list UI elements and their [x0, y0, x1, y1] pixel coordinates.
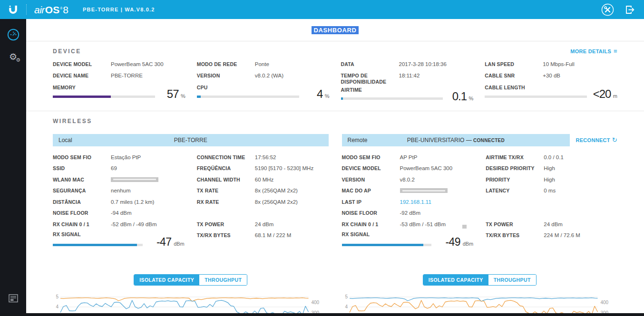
local-rx-signal: RX SIGNAL -47 dBm — [53, 231, 185, 249]
ip-link[interactable]: 192.168.1.11 — [400, 198, 474, 206]
rx-signal-track — [342, 244, 432, 246]
meter-value: 4 % — [299, 87, 330, 101]
field-value: Estação PtP — [111, 153, 185, 161]
field-row: DEVICE MODELPowerBeam 5AC 300 — [342, 164, 474, 176]
reconnect-link[interactable]: RECONNECT ↻ — [576, 136, 617, 144]
field-label: LAN SPEED — [485, 60, 543, 67]
field-value: High — [544, 164, 617, 172]
charts-row: ISOLATED CAPACITY THROUGHPUT 54324003002… — [26, 274, 644, 316]
field-value: -94 dBm — [111, 209, 185, 217]
field-label: RX CHAIN 0 / 1 — [53, 220, 111, 228]
remote-right-column: AIRTIME TX/RX0.0 / 0.1DESIRED PRIORITYHi… — [486, 153, 617, 249]
meter-track — [197, 96, 299, 98]
field-row: LAN SPEED10 Mbps-Full — [485, 60, 617, 72]
field-value: 224 M / 72.6 M — [544, 231, 617, 239]
field-value: 10 Mbps-Full — [543, 60, 617, 68]
field-value: Ponte — [255, 60, 330, 68]
svg-text:5: 5 — [56, 294, 59, 299]
tab-dashboard[interactable]: DASHBOARD — [312, 26, 359, 34]
svg-text:4: 4 — [345, 304, 348, 309]
local-panel: PBE-TORRE Local MODO SEM FIOEstação PtPS… — [53, 134, 329, 249]
refresh-icon: ↻ — [612, 136, 617, 144]
field-value: -92 dBm — [400, 209, 474, 217]
device-title: PBE-TORRE | WA.V8.0.2 — [83, 7, 155, 12]
capacity-chart-remote: 5432400300200 — [342, 292, 618, 316]
rx-signal-track — [53, 244, 143, 246]
rx-signal-fill — [342, 244, 424, 246]
field-value: v8.0.2 (WA) — [255, 72, 330, 79]
memory-meter: MEMORY 57 % — [53, 85, 185, 101]
field-row: MAC DO AP — [342, 187, 474, 198]
tab-isolated-capacity[interactable]: ISOLATED CAPACITY — [134, 275, 199, 285]
console-icon — [9, 294, 18, 303]
meter-value: 0.1 % — [443, 90, 473, 103]
more-details-link[interactable]: MORE DETAILS ≡ — [570, 48, 617, 55]
field-value: v8.0.2 — [400, 176, 474, 183]
field-value: 17:56:52 — [255, 153, 329, 161]
field-label: TX RATE — [197, 187, 255, 194]
meter-track — [53, 96, 155, 98]
sidebar-item-console[interactable] — [0, 287, 26, 309]
field-row: DISTÂNCIA0.7 miles (1.2 km) — [53, 198, 185, 210]
tools-icon[interactable] — [601, 3, 614, 16]
cable-length-meter: CABLE LENGTH <20 m — [485, 85, 617, 101]
field-row: DESIRED PRIORITYHigh — [486, 164, 617, 176]
logout-icon[interactable] — [624, 4, 635, 15]
meter-track — [341, 97, 443, 100]
field-row: SEGURANÇAnenhum — [53, 187, 185, 198]
field-label: LAST IP — [342, 198, 400, 205]
field-row: NOISE FLOOR-92 dBm — [342, 209, 474, 220]
local-chart-tabs: ISOLATED CAPACITY THROUGHPUT — [134, 274, 247, 286]
airtime-meter: AIRTIME 0.1 % — [341, 87, 474, 103]
field-label: LATENCY — [486, 187, 544, 194]
field-label: TEMPO DE DISPONIBILIDADE — [341, 72, 399, 85]
field-row: CONNECTION TIME17:56:52 — [197, 153, 329, 165]
bottom-edge-strip — [0, 313, 644, 316]
field-row: CABLE SNR+30 dB — [485, 72, 617, 83]
field-label: CHANNEL WIDTH — [197, 176, 255, 183]
field-value: 24 dBm — [544, 220, 617, 228]
rx-signal-value: -47 dBm — [143, 236, 185, 249]
field-label: DESIRED PRIORITY — [486, 164, 544, 172]
remote-panel-title: PBE-UNIVERSITARIO — CONNECTED — [342, 137, 570, 144]
tab-throughput[interactable]: THROUGHPUT — [199, 275, 247, 285]
field-value: 68.1 M / 222 M — [255, 231, 329, 239]
redacted-value-inner — [113, 179, 156, 180]
device-section-title: DEVICE — [53, 48, 81, 55]
sidebar-item-dashboard[interactable] — [0, 24, 26, 46]
airos-brand: airOS®8 — [34, 5, 68, 15]
status-separator: — — [466, 137, 472, 144]
ubiquiti-logo[interactable] — [0, 4, 26, 16]
field-label: AIRTIME TX/RX — [486, 153, 544, 161]
field-value: PowerBeam 5AC 300 — [400, 164, 474, 172]
field-label: RX CHAIN 0 / 1 — [342, 220, 400, 228]
tab-isolated-capacity[interactable]: ISOLATED CAPACITY — [423, 275, 488, 285]
field-value: AP PtP — [400, 153, 474, 161]
remote-rx-signal: RX SIGNAL -49 dBm — [342, 231, 474, 249]
field-label: SEGURANÇA — [53, 187, 111, 194]
field-row: MODO DE REDEPonte — [197, 60, 330, 72]
redacted-value-inner — [402, 190, 445, 192]
field-row: TX/RX BYTES68.1 M / 222 M — [197, 231, 329, 243]
field-label: WLAN0 MAC — [53, 176, 111, 183]
gears-icon: ⚙⚙ — [9, 52, 17, 61]
field-label: DATA — [341, 60, 399, 67]
field-row: NOISE FLOOR-94 dBm — [53, 209, 185, 220]
cpu-meter: CPU 4 % — [197, 85, 330, 101]
dashboard-gauge-icon — [7, 28, 20, 41]
field-value: 8x (256QAM 2x2) — [255, 187, 329, 194]
field-value: 0 ms — [544, 187, 617, 194]
tab-throughput[interactable]: THROUGHPUT — [488, 275, 536, 285]
remote-left-column: MODO SEM FIOAP PtPDEVICE MODELPowerBeam … — [342, 153, 474, 249]
remote-badge: Remote — [342, 137, 368, 144]
brand-air: air — [34, 5, 45, 15]
field-row: RX CHAIN 0 / 1-52 dBm / -49 dBm — [53, 220, 185, 232]
wireless-section: WIRELESS PBE-TORRE Local MODO SEM FIOEst… — [26, 111, 644, 249]
device-grid: DEVICE MODELPowerBeam 5AC 300DEVICE NAME… — [53, 60, 617, 103]
field-value: +30 dB — [543, 72, 617, 79]
field-value: 0.0 / 0.1 — [544, 153, 617, 161]
field-label: VERSION — [197, 72, 255, 79]
remote-chart-block: ISOLATED CAPACITY THROUGHPUT 54324003002… — [342, 274, 618, 316]
field-value: 8x (256QAM 2x2) — [255, 198, 329, 206]
sidebar-item-settings[interactable]: ⚙⚙ — [0, 46, 26, 67]
